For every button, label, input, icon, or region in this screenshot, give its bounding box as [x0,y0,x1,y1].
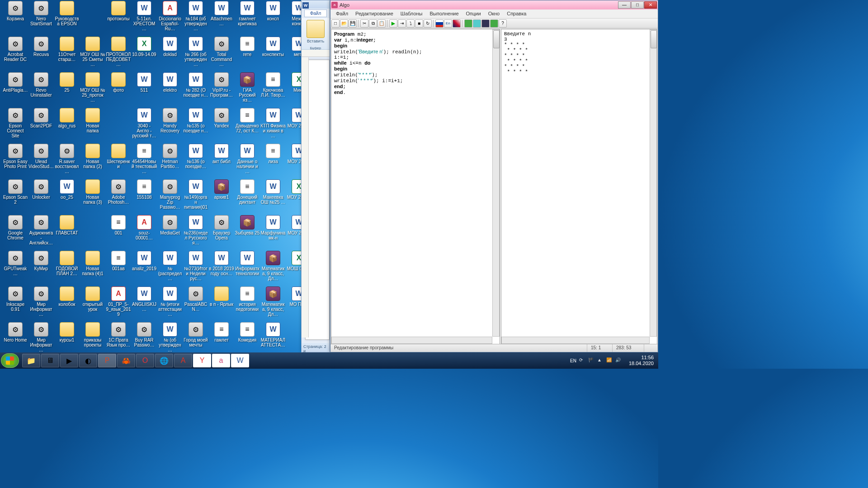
menu-шаблоны[interactable]: Шаблоны [397,9,426,18]
theme-green2-icon[interactable] [490,19,498,28]
desktop-icon[interactable]: Новая папка (2) [80,144,105,169]
desktop-icon[interactable]: ⚙Nero StartSmart [28,1,54,26]
taskbar-yandex[interactable]: Y [193,354,211,367]
desktop-icon[interactable]: ⚙Handy Recovery [157,108,183,133]
desktop-icon[interactable]: ⚙Ulead VideoStud… [28,144,54,169]
desktop-icon[interactable]: WКТП Физика и химия в … [260,108,286,138]
desktop-icon[interactable]: ⚙Manyprog Zip Passwo… [157,179,183,210]
desktop-icon[interactable]: фото [106,72,131,93]
minimize-button[interactable]: — [618,1,631,9]
lang-uk-icon[interactable] [453,19,461,28]
tray-volume-icon[interactable]: 🔊 [615,357,622,364]
desktop-icon[interactable]: W№ (об утвержден… [157,322,183,352]
open-file-icon[interactable]: 📂 [340,19,348,28]
desktop-icon[interactable]: A01_ПР_5-9_язык_2019 [106,286,131,317]
desktop-icon[interactable]: ⚙Мир Информат… [28,286,54,317]
theme-green-icon[interactable] [464,19,472,28]
word-page[interactable] [305,60,330,340]
desktop-icon[interactable]: 📦Математика, 9 класс, Дл… [260,251,286,281]
desktop-icon[interactable]: ⚙Revo Uninstaller [28,72,54,98]
desktop-icon[interactable]: 11Отчет старш… [54,37,80,62]
run-icon[interactable]: ▶ [389,19,397,28]
desktop-icon[interactable]: ≡гамлет [209,322,234,343]
desktop-icon[interactable]: W№149(орган питания)01… [183,179,208,210]
tray-action-icon[interactable]: ▲ [597,357,604,364]
desktop-icon[interactable]: WМакеевка ОШ №25 … [260,179,286,205]
desktop-icon[interactable]: ⚙Город моей мечты [183,322,208,347]
desktop-icon[interactable]: Wоо_25 [54,179,80,200]
menu-редактирование[interactable]: Редактирование [352,9,397,18]
desktop-icon[interactable]: ⚙MediaGet [157,215,183,235]
desktop-icon[interactable]: 📦архив1 [209,179,234,200]
desktop-icon[interactable]: ≡Комедия [235,322,260,343]
desktop-icon[interactable]: ⚙Unlocker [28,179,54,200]
desktop-icon[interactable]: ⚙GPUTweak… [3,251,28,276]
code-vscrollbar[interactable] [492,29,500,337]
theme-cyan-icon[interactable] [473,19,481,28]
taskbar-clock[interactable]: 11:56 18.04.2020 [625,355,657,366]
maximize-button[interactable]: □ [631,1,644,9]
desktop-icon[interactable]: W№236(недел Русского я… [183,215,208,245]
desktop-icon[interactable]: Welektro [157,72,183,93]
desktop-icon[interactable]: Wконсп [260,1,286,21]
desktop-icon[interactable]: WДанные о наличии и … [235,144,260,174]
desktop-icon[interactable]: ⚙Acrobat Reader DC [3,37,28,62]
desktop-icon[interactable]: WМАТЕРИАЛ АТТЕСТА… [260,322,286,347]
desktop-icon[interactable]: 📦Зыбцева 25 [235,215,260,235]
desktop-icon[interactable]: ⚙Корзина [3,1,28,21]
desktop-icon[interactable]: ⚙Adobe Photosh… [106,179,131,205]
desktop-icon[interactable]: ≡45454Новый текстовый … [132,144,157,174]
desktop-icon[interactable]: открытый урок [80,286,105,312]
tray-lang[interactable]: EN [570,358,576,363]
algo-window[interactable]: a Algo — □ ✕ ФайлРедактированиеШаблоныВы… [330,0,658,352]
word-window[interactable]: W Файл Вставить Буфер обмена Страница: 2… [301,0,330,352]
taskbar-word[interactable]: W [231,354,249,367]
taskbar-chrome[interactable]: 🌐 [155,354,173,367]
taskbar-monitor[interactable]: 🖥 [41,354,59,367]
desktop-icon[interactable]: ⚙КуМир [28,251,54,271]
desktop-icon[interactable]: Новая папка [80,108,105,133]
desktop-icon[interactable]: W№ (итоги аттестации… [157,286,183,317]
desktop-icon[interactable]: Шестеренки [106,144,131,169]
desktop-icon[interactable]: ⚙AntiPlagia… [3,72,28,93]
desktop-icon[interactable]: ⚙1С:Прата Язык про… [106,322,131,347]
taskbar[interactable]: 📁 🖥 ▶ ◐ P 🦀 O 🌐 A Y a W EN ⟳ 🏴 ▲ 📶 🔊 11:… [0,352,658,369]
code-hscrollbar[interactable] [331,337,492,344]
desktop-icon[interactable]: ≡001ав [106,251,131,271]
desktop-icon[interactable]: Wв 2018 2019 году осн… [209,251,234,276]
save-file-icon[interactable]: 💾 [349,19,357,28]
desktop-icon[interactable]: ⚙Scan2PDF [28,108,54,128]
tray-sync-icon[interactable]: ⟳ [579,357,585,364]
desktop-icon[interactable]: W№ 266 (об утвержден… [183,37,208,67]
desktop-icon[interactable]: 25 [54,72,80,93]
desktop-icon[interactable]: ≡001 [106,215,131,235]
word-titlebar[interactable]: W [302,0,330,9]
step-icon[interactable]: ⇥ [398,19,406,28]
step-over-icon[interactable]: ⤵ [406,19,415,28]
desktop-icon[interactable]: ⚙VipIP.ru - Програм… [209,72,234,98]
desktop-icon[interactable]: Wгамлнет критикаа [235,1,260,26]
taskbar-algo[interactable]: a [212,354,230,367]
desktop-icon[interactable]: W№184 (об утвержден… [183,1,208,31]
desktop-icon[interactable]: Wdoklad [157,37,183,57]
desktop-icon[interactable]: Новая папка (4)1 [80,251,105,276]
desktop-icon[interactable]: WANGLIISKIJ… [132,286,157,312]
desktop-icon[interactable]: WМарфунина мк-н [260,215,286,240]
desktop-icon[interactable]: W№ 282 (О поездке н… [183,72,208,98]
desktop-icon[interactable]: ГЛАВСТАТ [54,215,80,235]
desktop-icon[interactable]: W3040 - Англо - русский т… [132,108,157,138]
desktop-icon[interactable]: ⚙Аудиокнига - Английск… [28,215,54,245]
desktop-icon[interactable]: колобок [54,286,80,307]
desktop-icon[interactable]: algo_rus [54,108,80,128]
desktop-icon[interactable]: ⚙Nero Home [3,322,28,343]
desktop-icon[interactable]: ⚙Google Chrome [3,215,28,240]
system-tray[interactable]: EN ⟳ 🏴 ▲ 📶 🔊 [566,357,625,364]
close-button[interactable]: ✕ [644,1,657,9]
desktop-icon[interactable]: ⚙Yandex [209,108,234,128]
taskbar-app1[interactable]: ◐ [79,354,97,367]
word-file-tab[interactable]: Файл [304,9,327,17]
desktop-icon[interactable]: Asouz-00001… [132,215,157,240]
desktop-icon[interactable]: ⚙Epson Easy Photo Print [3,144,28,169]
desktop-icon[interactable]: 📦Математика, 9 класс, Дл… [260,286,286,317]
desktop-icon[interactable]: X10.09-14.09 [132,37,157,57]
